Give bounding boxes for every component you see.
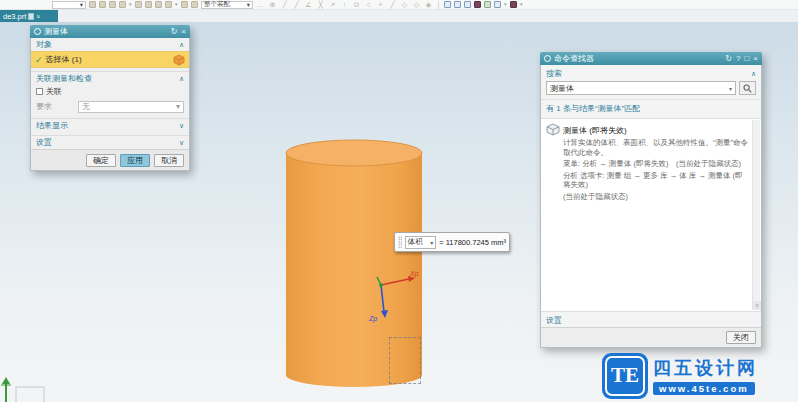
drag-handle-icon[interactable]	[398, 236, 402, 248]
requirement-value: 无	[82, 101, 90, 112]
snap-facet-icon[interactable]: ◇	[412, 0, 421, 9]
window-icon[interactable]	[484, 1, 491, 8]
toolbar-icon[interactable]	[109, 1, 116, 8]
search-row: 测量体 ▾	[541, 80, 761, 99]
search-section-header[interactable]: 搜索 ∧	[541, 67, 761, 80]
site-name: 四五设计网	[653, 356, 758, 380]
search-button[interactable]	[739, 81, 756, 95]
section-label: 结果显示	[36, 120, 68, 131]
snap-slash-icon[interactable]: ╱	[388, 0, 397, 9]
finder-title: 命令查找器	[554, 53, 721, 64]
measure-dialog-titlebar[interactable]: 测量体 ↻ ×	[30, 25, 190, 38]
window-icon[interactable]	[474, 1, 481, 8]
toolbar-icon[interactable]	[181, 1, 188, 8]
chevron-down-icon: ▾	[430, 239, 433, 246]
snap-endpoint-icon[interactable]: ╱	[280, 0, 289, 9]
search-input-value: 测量体	[550, 83, 574, 94]
chevron-down-icon[interactable]: ▾	[520, 1, 523, 8]
window-icon[interactable]	[454, 1, 461, 8]
maximize-icon[interactable]: □	[744, 52, 749, 65]
scroll-down-icon[interactable]: ∨	[753, 301, 761, 310]
collapse-icon: ∧	[179, 41, 184, 49]
scrollbar[interactable]: ∨	[752, 120, 760, 310]
toolbar-icon[interactable]	[191, 1, 198, 8]
associative-checkbox-label: 关联	[46, 86, 62, 97]
select-body-label: 选择体 (1)	[46, 54, 170, 65]
chevron-down-icon: ▾	[729, 85, 732, 92]
finder-titlebar[interactable]: 命令查找器 ↻ ? □ ×	[540, 52, 762, 65]
reset-icon[interactable]: ↻	[171, 25, 178, 38]
datum-csys[interactable]: Xp Zp	[366, 270, 424, 324]
csys-z-axis[interactable]	[381, 285, 384, 312]
object-section-header[interactable]: 对象 ∧	[31, 38, 189, 51]
window-icon[interactable]	[444, 1, 451, 8]
snap-control-point-icon[interactable]: ∠	[304, 0, 313, 9]
tab-close-icon[interactable]: ×	[36, 13, 40, 20]
selection-scope-combo[interactable]: 整个装配▾	[201, 1, 253, 9]
window-icon[interactable]	[494, 1, 501, 8]
apply-button[interactable]: 应用	[120, 154, 150, 167]
dialog-options-icon[interactable]	[544, 55, 551, 62]
toolbar-icon[interactable]	[99, 1, 106, 8]
snap-bounded-icon[interactable]: ◈	[424, 0, 433, 9]
toolbar-icon[interactable]	[145, 1, 152, 8]
checkbox-unchecked-icon[interactable]	[36, 88, 43, 95]
toolbar-dropdown[interactable]: ▾	[52, 1, 86, 9]
overflow-icon[interactable]: …	[256, 0, 265, 9]
section-label: 设置	[36, 137, 52, 148]
snap-circle-icon[interactable]: ○	[364, 0, 373, 9]
chevron-down-icon: ▾	[176, 102, 180, 111]
command-finder-panel: 命令查找器 ↻ ? □ × 搜索 ∧ 测量体 ▾ 有 1 条与结果“测量体”匹配	[540, 52, 762, 348]
toolbar-icon[interactable]	[165, 1, 172, 8]
toolbar-icon[interactable]	[119, 1, 126, 8]
window-icon[interactable]	[464, 1, 471, 8]
close-icon[interactable]: ×	[181, 25, 186, 38]
close-button[interactable]: 关闭	[726, 331, 756, 344]
csys-origin[interactable]	[379, 283, 383, 287]
search-input[interactable]: 测量体 ▾	[546, 81, 736, 95]
csys-z-label: Zp	[368, 315, 377, 323]
section-label: 对象	[36, 39, 52, 50]
snap-quadrant-icon[interactable]: ↑	[340, 0, 349, 9]
snap-intersection-icon[interactable]: ╳	[316, 0, 325, 9]
measurement-tooltip[interactable]: 体积 ▾ = 117800.7245 mm³	[394, 232, 510, 252]
cylinder-top-face[interactable]	[286, 140, 422, 166]
results-display-section-header[interactable]: 结果显示 ∨	[31, 119, 189, 132]
finder-results-list[interactable]: 测量体 (即将失效) 计算实体的体积、表面积、以及其他特性值。“测量”命令取代此…	[541, 118, 761, 312]
associative-section-header[interactable]: 关联测量和检查 ∧	[31, 72, 189, 85]
chevron-down-icon[interactable]: ▾	[175, 1, 178, 8]
section-label: 设置	[546, 315, 562, 326]
chevron-down-icon: ▾	[80, 1, 83, 9]
toolbar-icon[interactable]	[89, 1, 96, 8]
snap-midpoint-icon[interactable]: ╱	[292, 0, 301, 9]
associative-checkbox-row[interactable]: 关联	[31, 85, 189, 98]
part-file-tab[interactable]: de3.prt ×	[0, 10, 58, 22]
help-icon[interactable]: ?	[736, 52, 740, 65]
ok-button[interactable]: 确定	[86, 154, 116, 167]
csys-z-arrowhead	[381, 310, 388, 318]
toolbar-icon[interactable]	[155, 1, 162, 8]
site-watermark: TE 四五设计网 www.45te.com	[598, 349, 798, 402]
close-icon[interactable]: ×	[753, 52, 758, 65]
cancel-button[interactable]: 取消	[154, 154, 184, 167]
csys-x-axis[interactable]	[381, 279, 409, 285]
requirement-dropdown[interactable]: 无 ▾	[78, 101, 184, 113]
chevron-down-icon[interactable]: ▾	[504, 1, 507, 8]
settings-section-header[interactable]: 设置 ∨	[31, 136, 189, 149]
dialog-options-icon[interactable]	[34, 28, 41, 35]
snap-existing-point-icon[interactable]: ⊙	[352, 0, 361, 9]
select-body-row[interactable]: ✓ 选择体 (1)	[31, 51, 189, 68]
result-item[interactable]: 测量体 (即将失效)	[546, 123, 749, 136]
toolbar-icon[interactable]	[135, 1, 142, 8]
snap-arc-center-icon[interactable]: ↗	[328, 0, 337, 9]
snap-point-icon[interactable]: ⊕	[268, 0, 277, 9]
requirement-label: 要求	[36, 101, 74, 112]
finder-settings-section-header[interactable]: 设置	[541, 314, 761, 327]
expand-icon: ∨	[179, 122, 184, 130]
chevron-down-icon[interactable]: ▾	[129, 1, 132, 8]
reset-icon[interactable]: ↻	[725, 52, 732, 65]
snap-plus-icon[interactable]: +	[376, 0, 385, 9]
window-icon[interactable]	[510, 1, 517, 8]
snap-face-icon[interactable]: ◇	[400, 0, 409, 9]
measurement-type-combo[interactable]: 体积 ▾	[405, 236, 437, 249]
